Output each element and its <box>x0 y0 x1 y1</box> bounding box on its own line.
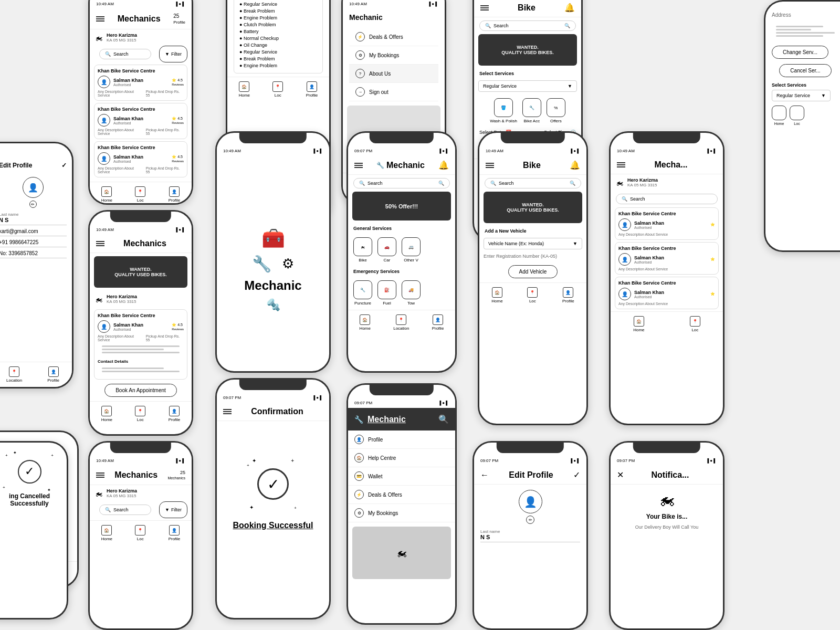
hamburger-s8[interactable] <box>96 241 104 246</box>
add-vehicle-btn[interactable]: Add Vehicle <box>508 265 558 278</box>
nav-location-ep[interactable]: 📍 Location <box>6 366 22 383</box>
phone-field[interactable]: +91 9986647225 <box>0 239 67 247</box>
book-appointment-btn[interactable]: Book An Appointment <box>104 384 177 397</box>
service-item[interactable]: ● Regular Service <box>239 2 317 7</box>
search-bar-s6[interactable]: 🔍Search🔍 <box>479 20 576 31</box>
service-item[interactable]: ● Oil Change <box>239 43 317 48</box>
nav-loc-s11[interactable]: 📍Loc <box>527 287 538 303</box>
hamburger-menu-s3[interactable] <box>96 16 104 22</box>
nav-profile-s4[interactable]: 👤Profile <box>306 81 318 98</box>
nav-profile-s14[interactable]: 👤Profile <box>169 525 181 541</box>
service-dropdown[interactable]: Regular Service ▼ <box>478 80 577 92</box>
menu-bookings[interactable]: ⚙ My Bookings <box>349 46 438 65</box>
menu-wallet-s16[interactable]: 💳Wallet <box>348 467 455 486</box>
car-service-icon[interactable]: 🚗 Car <box>377 237 396 262</box>
menu-bookings-s16[interactable]: ⚙My Bookings <box>348 504 455 522</box>
icon-1-right[interactable]: Home <box>772 106 786 125</box>
delivery-text: Your Bike is... <box>646 513 687 520</box>
nav-loc-s12[interactable]: 📍Loc <box>690 316 700 332</box>
menu-deals[interactable]: ⚡ Deals & Offers <box>349 28 438 46</box>
last-name-value[interactable]: N S <box>0 217 67 225</box>
avatar-r3: 👤 <box>618 288 631 300</box>
rating-r1: ⭐ <box>710 223 715 227</box>
menu-signout[interactable]: → Sign out <box>349 83 438 101</box>
services-dropdown-right[interactable]: Regular Service▼ <box>772 90 831 101</box>
icon-2-right[interactable]: Loc <box>790 106 804 125</box>
service-item[interactable]: ● Normal Checkup <box>239 36 317 41</box>
service-item[interactable]: ● Engine Problem <box>239 63 317 68</box>
filter-btn-s14[interactable]: ▼Filter <box>159 501 187 518</box>
service-item[interactable]: ● Clutch Problem <box>239 22 317 27</box>
search-input-s3[interactable]: 🔍Search <box>99 49 151 59</box>
search-input-s14[interactable]: 🔍Search <box>99 505 151 515</box>
edit-icon-s17[interactable]: ✏ <box>526 516 534 524</box>
screen-title-s6: Bike <box>518 3 536 13</box>
cancel-service-btn[interactable]: Cancel Ser... <box>779 64 831 77</box>
nav-home-s12[interactable]: 🏠Home <box>633 316 644 332</box>
search-icon-s16[interactable]: 🔍 <box>438 414 449 424</box>
nav-loc-s3[interactable]: 📍Loc <box>135 186 145 203</box>
bike-acc-icon[interactable]: 🔧 Bike Acc <box>522 98 541 123</box>
vehicle-name-dropdown[interactable]: Vehicle Name (Ex: Honda) ▼ <box>484 238 582 249</box>
back-arrow-s17[interactable]: ← <box>480 470 489 480</box>
nav-loc-s4[interactable]: 📍Loc <box>272 81 283 98</box>
vehicle-no-field[interactable]: No: 3396857852 <box>0 250 67 258</box>
service-item[interactable]: ● Regular Service <box>239 49 317 55</box>
nav-loc-s8[interactable]: 📍Loc <box>135 406 145 422</box>
menu-about[interactable]: ? About Us <box>349 65 438 83</box>
puncture-icon[interactable]: 🔧 Puncture <box>353 280 372 306</box>
other-vehicle-icon[interactable]: 🚐 Other V <box>402 237 421 262</box>
notification-icon-s6[interactable]: 🔔 <box>564 3 575 13</box>
last-name-s17[interactable]: N S <box>480 534 580 542</box>
service-item[interactable]: ● Break Problem <box>239 8 317 14</box>
nav-home-s11[interactable]: 🏠Home <box>491 287 502 303</box>
hamburger-s10[interactable] <box>354 163 363 168</box>
nav-profile-s11[interactable]: 👤Profile <box>562 287 574 303</box>
status-icons-s16: ▐ ● ▌ <box>438 401 449 405</box>
banner-s10: 50% Offer!!! <box>352 192 451 220</box>
nav-home-s8[interactable]: 🏠Home <box>101 406 112 422</box>
nav-profile-ep[interactable]: 👤 Profile <box>47 366 59 383</box>
service-item[interactable]: ● Engine Problem <box>239 15 317 20</box>
nav-loc-s14[interactable]: 📍Loc <box>135 525 145 541</box>
nav-home-s3[interactable]: 🏠Home <box>101 186 112 203</box>
nav-home-s10[interactable]: 🏠Home <box>360 314 371 331</box>
nav-profile-s3[interactable]: 👤Profile <box>169 186 181 203</box>
nav-home-s14[interactable]: 🏠Home <box>101 525 112 541</box>
notification-icon-s10[interactable]: 🔔 <box>438 160 449 170</box>
email-field[interactable]: karti@gmail.com <box>0 228 67 236</box>
bike-service-icon[interactable]: 🏍 Bike <box>353 237 372 262</box>
menu-profile-s16[interactable]: 👤Profile <box>348 430 455 449</box>
hamburger-s11[interactable] <box>486 163 494 168</box>
screen-title-s14: Mechanics <box>114 470 158 480</box>
notification-icon-s11[interactable]: 🔔 <box>570 160 580 170</box>
service-item[interactable]: ● Break Problem <box>239 56 317 61</box>
fuel-icon[interactable]: ⛽ Fuel <box>377 280 396 306</box>
menu-deals-s16[interactable]: ⚡Deals & Offers <box>348 486 455 504</box>
status-time-s17: 09:07 PM <box>480 458 498 463</box>
confirm-icon-s17[interactable]: ✓ <box>573 470 580 480</box>
offers-icon[interactable]: % Offers <box>547 98 565 123</box>
hamburger-s12[interactable] <box>617 162 625 167</box>
hamburger-s15[interactable] <box>223 409 232 414</box>
hamburger-s14[interactable] <box>96 472 104 478</box>
tow-icon[interactable]: 🚚 Tow <box>402 280 421 306</box>
search-bar-s11[interactable]: 🔍Search🔍 <box>485 178 581 188</box>
nav-home-s4[interactable]: 🏠Home <box>239 81 250 98</box>
search-bar-s12[interactable]: 🔍Search <box>616 194 718 204</box>
change-service-btn[interactable]: Change Serv... <box>772 46 828 59</box>
filter-btn-s3[interactable]: ▼Filter <box>159 46 187 62</box>
service-card-r2: Khan Bike Service Centre 👤 Salman Khan A… <box>615 242 719 275</box>
nav-profile-s8[interactable]: 👤Profile <box>169 406 181 422</box>
emergency-services-grid: 🔧 Puncture ⛽ Fuel 🚚 Tow <box>348 276 455 310</box>
wash-polish-icon[interactable]: 🪣 Wash & Polish <box>490 98 517 123</box>
hamburger-s6[interactable] <box>480 5 489 10</box>
card-details-2: Any Description About Service Pickup And… <box>98 128 184 135</box>
nav-loc-s10[interactable]: 📍Location <box>393 314 409 331</box>
close-icon-s18[interactable]: ✕ <box>617 470 624 480</box>
edit-avatar-btn[interactable]: ✏ <box>29 201 37 208</box>
nav-profile-s10[interactable]: 👤Profile <box>432 314 444 331</box>
search-bar-s10[interactable]: 🔍Search🔍 <box>353 178 450 188</box>
service-item[interactable]: ● Battery <box>239 29 317 34</box>
menu-help-s16[interactable]: 🏠Help Centre <box>348 449 455 467</box>
